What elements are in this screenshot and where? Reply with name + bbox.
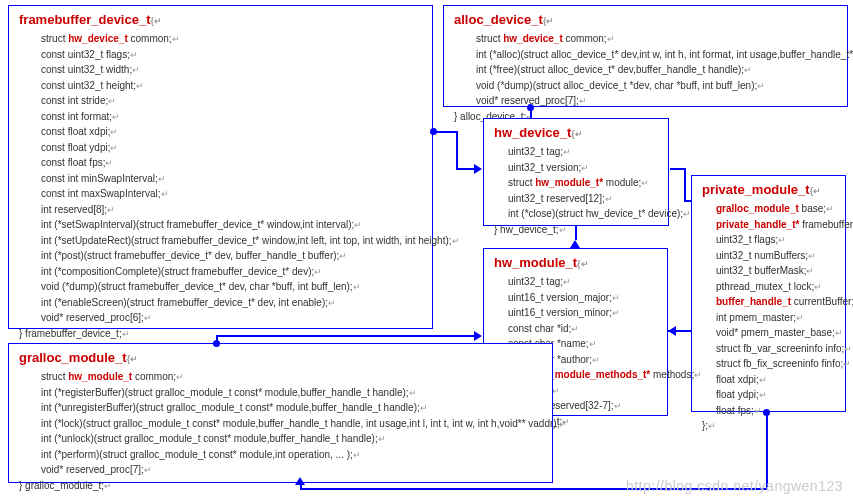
struct-line: uint32_t bufferMask;: [716, 263, 835, 279]
struct-line: int (*unlock)(struct gralloc_module_t co…: [41, 431, 542, 447]
struct-line: const int maxSwapInterval;: [41, 186, 422, 202]
struct-line: const float fps;: [41, 155, 422, 171]
struct-line: int (*setSwapInterval)(struct framebuffe…: [41, 217, 422, 233]
struct-line: const int minSwapInterval;: [41, 171, 422, 187]
struct-line: uint32_t tag;: [508, 274, 657, 290]
struct-line: const uint32_t flags;: [41, 47, 422, 63]
body-alloc: struct hw_device_t common;int (*alloc)(s…: [454, 31, 837, 109]
struct-line: const uint32_t width;: [41, 62, 422, 78]
line-fb-hwdev-h2: [456, 168, 476, 170]
arrow-hwdev-hwmod: [570, 240, 580, 248]
arrow-fb-hwdev: [474, 164, 482, 174]
line-fb-hwdev-h: [434, 131, 458, 133]
struct-line: int (*enableScreen)(struct framebuffer_d…: [41, 295, 422, 311]
struct-line: void* pmem_master_base;: [716, 325, 835, 341]
struct-line: int (*lock)(struct gralloc_module_t cons…: [41, 416, 542, 432]
struct-line: const int stride;: [41, 93, 422, 109]
box-gralloc: gralloc_module_t{ struct hw_module_t com…: [8, 343, 553, 483]
struct-line: int (*compositionComplete)(struct frameb…: [41, 264, 422, 280]
struct-line: uint32_t flags;: [716, 232, 835, 248]
line-gralloc-hwmod-h: [216, 335, 474, 337]
title-hwmod: hw_module_t{: [494, 255, 657, 270]
struct-line: const char *id;: [508, 321, 657, 337]
struct-line: void (*dump)(struct framebuffer_device_t…: [41, 279, 422, 295]
body-private: gralloc_module_t base;private_handle_t* …: [702, 201, 835, 418]
line-hwdev-hwmod: [575, 226, 577, 240]
box-private: private_module_t{ gralloc_module_t base;…: [691, 175, 846, 412]
struct-line: int (*alloc)(struct alloc_device_t* dev,…: [476, 47, 837, 63]
struct-line: int (*unregisterBuffer)(struct gralloc_m…: [41, 400, 542, 416]
title-alloc: alloc_device_t{: [454, 12, 837, 27]
close-framebuffer: } framebuffer_device_t;: [19, 326, 422, 342]
arrow-private-gralloc: [295, 477, 305, 485]
struct-line: int (*free)(struct alloc_device_t* dev,b…: [476, 62, 837, 78]
struct-line: uint32_t tag;: [508, 144, 658, 160]
line-private-hwdev-h1: [684, 200, 691, 202]
struct-line: void* reserved_proc[7];: [41, 462, 542, 478]
title-framebuffer: framebuffer_device_t{: [19, 12, 422, 27]
body-framebuffer: struct hw_device_t common;const uint32_t…: [19, 31, 422, 326]
struct-line: buffer_handle_t currentBuffer;: [716, 294, 835, 310]
close-gralloc: } gralloc_module_t;: [19, 478, 542, 494]
arrow-private-hwmod: [668, 326, 676, 336]
struct-line: struct fb_fix_screeninfo finfo;: [716, 356, 835, 372]
arrow-gralloc-hwmod: [474, 331, 482, 341]
struct-line: struct fb_var_screeninfo info;: [716, 341, 835, 357]
struct-line: uint32_t numBuffers;: [716, 248, 835, 264]
box-alloc: alloc_device_t{ struct hw_device_t commo…: [443, 5, 848, 107]
struct-line: const int format;: [41, 109, 422, 125]
title-hwdev: hw_device_t{: [494, 125, 658, 140]
body-gralloc: struct hw_module_t common;int (*register…: [19, 369, 542, 478]
struct-line: struct hw_device_t common;: [41, 31, 422, 47]
struct-line: float xdpi;: [716, 372, 835, 388]
struct-line: int reserved[8];: [41, 202, 422, 218]
struct-line: int (*post)(struct framebuffer_device_t*…: [41, 248, 422, 264]
title-gralloc: gralloc_module_t{: [19, 350, 542, 365]
struct-line: int pmem_master;: [716, 310, 835, 326]
struct-line: private_handle_t* framebuffer;: [716, 217, 835, 233]
line-alloc-hwdev: [530, 107, 532, 118]
struct-line: const float ydpi;: [41, 140, 422, 156]
line-fb-hwdev-v: [456, 131, 458, 170]
body-hwdev: uint32_t tag;uint32_t version;struct hw_…: [494, 144, 658, 222]
struct-line: struct hw_device_t common;: [476, 31, 837, 47]
watermark: http://blog.csdn.net/yangwen123: [626, 478, 843, 494]
struct-line: struct hw_module_t* module;: [508, 175, 658, 191]
struct-line: float fps;: [716, 403, 835, 419]
line-private-hwdev-h2: [670, 168, 686, 170]
struct-line: int (*perform)(struct gralloc_module_t c…: [41, 447, 542, 463]
box-framebuffer: framebuffer_device_t{ struct hw_device_t…: [8, 5, 433, 329]
box-hwdev: hw_device_t{ uint32_t tag;uint32_t versi…: [483, 118, 669, 226]
line-private-hwdev-v: [684, 168, 686, 202]
struct-line: void* reserved_proc[6];: [41, 310, 422, 326]
struct-line: uint16_t version_major;: [508, 290, 657, 306]
struct-line: uint32_t reserved[12];: [508, 191, 658, 207]
struct-line: const float xdpi;: [41, 124, 422, 140]
close-private: };: [702, 418, 835, 434]
struct-line: void (*dump)(struct alloc_device_t *dev,…: [476, 78, 837, 94]
struct-line: pthread_mutex_t lock;: [716, 279, 835, 295]
struct-line: uint32_t version;: [508, 160, 658, 176]
title-private: private_module_t{: [702, 182, 835, 197]
struct-line: gralloc_module_t base;: [716, 201, 835, 217]
struct-line: const uint32_t height;: [41, 78, 422, 94]
struct-line: int (*registerBuffer)(struct gralloc_mod…: [41, 385, 542, 401]
struct-line: float ydpi;: [716, 387, 835, 403]
struct-line: int (*close)(struct hw_device_t* device)…: [508, 206, 658, 222]
struct-line: struct hw_module_t common;: [41, 369, 542, 385]
struct-line: uint16_t version_minor;: [508, 305, 657, 321]
struct-line: int (*setUpdateRect)(struct framebuffer_…: [41, 233, 422, 249]
